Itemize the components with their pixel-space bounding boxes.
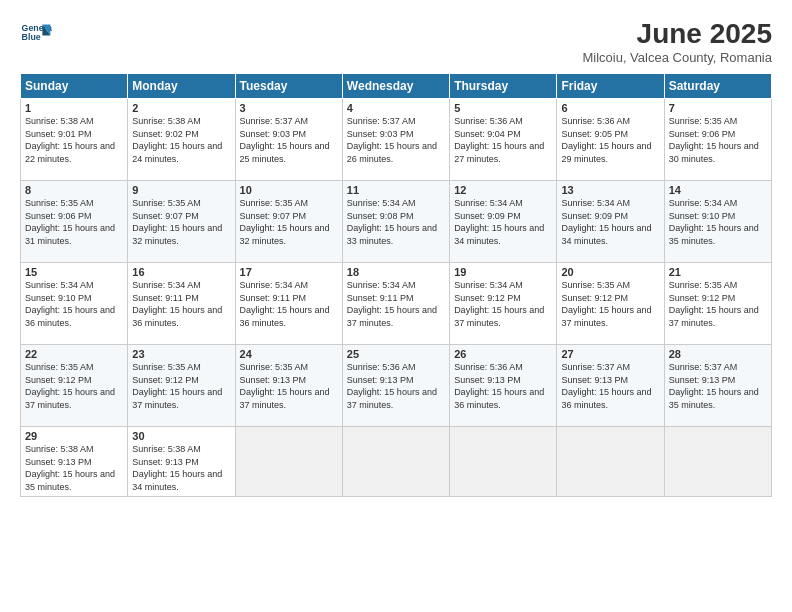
day-number: 10: [240, 184, 338, 196]
day-info: Sunrise: 5:37 AMSunset: 9:13 PMDaylight:…: [561, 362, 651, 410]
day-info: Sunrise: 5:34 AMSunset: 9:12 PMDaylight:…: [454, 280, 544, 328]
table-row: 25Sunrise: 5:36 AMSunset: 9:13 PMDayligh…: [342, 345, 449, 427]
day-info: Sunrise: 5:37 AMSunset: 9:13 PMDaylight:…: [669, 362, 759, 410]
day-number: 23: [132, 348, 230, 360]
day-info: Sunrise: 5:35 AMSunset: 9:07 PMDaylight:…: [132, 198, 222, 246]
day-info: Sunrise: 5:34 AMSunset: 9:08 PMDaylight:…: [347, 198, 437, 246]
location: Milcoiu, Valcea County, Romania: [582, 50, 772, 65]
day-number: 11: [347, 184, 445, 196]
day-number: 8: [25, 184, 123, 196]
col-saturday: Saturday: [664, 74, 771, 99]
day-info: Sunrise: 5:36 AMSunset: 9:13 PMDaylight:…: [454, 362, 544, 410]
day-number: 17: [240, 266, 338, 278]
day-info: Sunrise: 5:34 AMSunset: 9:11 PMDaylight:…: [132, 280, 222, 328]
day-info: Sunrise: 5:34 AMSunset: 9:11 PMDaylight:…: [240, 280, 330, 328]
day-number: 27: [561, 348, 659, 360]
day-info: Sunrise: 5:34 AMSunset: 9:09 PMDaylight:…: [454, 198, 544, 246]
day-info: Sunrise: 5:37 AMSunset: 9:03 PMDaylight:…: [347, 116, 437, 164]
day-info: Sunrise: 5:35 AMSunset: 9:06 PMDaylight:…: [25, 198, 115, 246]
col-sunday: Sunday: [21, 74, 128, 99]
table-row: 10Sunrise: 5:35 AMSunset: 9:07 PMDayligh…: [235, 181, 342, 263]
day-info: Sunrise: 5:35 AMSunset: 9:12 PMDaylight:…: [669, 280, 759, 328]
day-number: 18: [347, 266, 445, 278]
day-info: Sunrise: 5:34 AMSunset: 9:11 PMDaylight:…: [347, 280, 437, 328]
day-info: Sunrise: 5:37 AMSunset: 9:03 PMDaylight:…: [240, 116, 330, 164]
day-info: Sunrise: 5:34 AMSunset: 9:10 PMDaylight:…: [25, 280, 115, 328]
table-row: [342, 427, 449, 497]
table-row: 12Sunrise: 5:34 AMSunset: 9:09 PMDayligh…: [450, 181, 557, 263]
day-info: Sunrise: 5:35 AMSunset: 9:12 PMDaylight:…: [132, 362, 222, 410]
day-number: 29: [25, 430, 123, 442]
day-info: Sunrise: 5:36 AMSunset: 9:05 PMDaylight:…: [561, 116, 651, 164]
day-info: Sunrise: 5:34 AMSunset: 9:09 PMDaylight:…: [561, 198, 651, 246]
calendar-table: Sunday Monday Tuesday Wednesday Thursday…: [20, 73, 772, 497]
page: General Blue June 2025 Milcoiu, Valcea C…: [0, 0, 792, 612]
day-number: 26: [454, 348, 552, 360]
table-row: 29Sunrise: 5:38 AMSunset: 9:13 PMDayligh…: [21, 427, 128, 497]
day-info: Sunrise: 5:35 AMSunset: 9:13 PMDaylight:…: [240, 362, 330, 410]
day-info: Sunrise: 5:38 AMSunset: 9:13 PMDaylight:…: [132, 444, 222, 492]
table-row: 20Sunrise: 5:35 AMSunset: 9:12 PMDayligh…: [557, 263, 664, 345]
day-number: 20: [561, 266, 659, 278]
table-row: 2Sunrise: 5:38 AMSunset: 9:02 PMDaylight…: [128, 99, 235, 181]
day-info: Sunrise: 5:35 AMSunset: 9:12 PMDaylight:…: [561, 280, 651, 328]
table-row: 16Sunrise: 5:34 AMSunset: 9:11 PMDayligh…: [128, 263, 235, 345]
month-title: June 2025: [582, 18, 772, 50]
day-number: 12: [454, 184, 552, 196]
title-block: June 2025 Milcoiu, Valcea County, Romani…: [582, 18, 772, 65]
day-number: 3: [240, 102, 338, 114]
day-number: 22: [25, 348, 123, 360]
table-row: 13Sunrise: 5:34 AMSunset: 9:09 PMDayligh…: [557, 181, 664, 263]
table-row: [557, 427, 664, 497]
day-number: 9: [132, 184, 230, 196]
logo: General Blue: [20, 18, 54, 50]
table-row: 18Sunrise: 5:34 AMSunset: 9:11 PMDayligh…: [342, 263, 449, 345]
day-info: Sunrise: 5:35 AMSunset: 9:12 PMDaylight:…: [25, 362, 115, 410]
header-row: Sunday Monday Tuesday Wednesday Thursday…: [21, 74, 772, 99]
table-row: [664, 427, 771, 497]
day-number: 13: [561, 184, 659, 196]
logo-icon: General Blue: [20, 18, 52, 50]
day-info: Sunrise: 5:38 AMSunset: 9:13 PMDaylight:…: [25, 444, 115, 492]
day-info: Sunrise: 5:38 AMSunset: 9:01 PMDaylight:…: [25, 116, 115, 164]
day-number: 5: [454, 102, 552, 114]
day-number: 14: [669, 184, 767, 196]
col-tuesday: Tuesday: [235, 74, 342, 99]
day-number: 7: [669, 102, 767, 114]
table-row: 26Sunrise: 5:36 AMSunset: 9:13 PMDayligh…: [450, 345, 557, 427]
table-row: 8Sunrise: 5:35 AMSunset: 9:06 PMDaylight…: [21, 181, 128, 263]
table-row: 7Sunrise: 5:35 AMSunset: 9:06 PMDaylight…: [664, 99, 771, 181]
day-number: 15: [25, 266, 123, 278]
day-info: Sunrise: 5:35 AMSunset: 9:06 PMDaylight:…: [669, 116, 759, 164]
table-row: 23Sunrise: 5:35 AMSunset: 9:12 PMDayligh…: [128, 345, 235, 427]
table-row: 30Sunrise: 5:38 AMSunset: 9:13 PMDayligh…: [128, 427, 235, 497]
table-row: 24Sunrise: 5:35 AMSunset: 9:13 PMDayligh…: [235, 345, 342, 427]
table-row: 3Sunrise: 5:37 AMSunset: 9:03 PMDaylight…: [235, 99, 342, 181]
day-number: 21: [669, 266, 767, 278]
day-number: 24: [240, 348, 338, 360]
day-info: Sunrise: 5:34 AMSunset: 9:10 PMDaylight:…: [669, 198, 759, 246]
table-row: 9Sunrise: 5:35 AMSunset: 9:07 PMDaylight…: [128, 181, 235, 263]
day-number: 4: [347, 102, 445, 114]
table-row: 15Sunrise: 5:34 AMSunset: 9:10 PMDayligh…: [21, 263, 128, 345]
day-info: Sunrise: 5:35 AMSunset: 9:07 PMDaylight:…: [240, 198, 330, 246]
day-number: 25: [347, 348, 445, 360]
table-row: 6Sunrise: 5:36 AMSunset: 9:05 PMDaylight…: [557, 99, 664, 181]
col-friday: Friday: [557, 74, 664, 99]
day-info: Sunrise: 5:38 AMSunset: 9:02 PMDaylight:…: [132, 116, 222, 164]
table-row: 19Sunrise: 5:34 AMSunset: 9:12 PMDayligh…: [450, 263, 557, 345]
table-row: 22Sunrise: 5:35 AMSunset: 9:12 PMDayligh…: [21, 345, 128, 427]
table-row: 1Sunrise: 5:38 AMSunset: 9:01 PMDaylight…: [21, 99, 128, 181]
table-row: 11Sunrise: 5:34 AMSunset: 9:08 PMDayligh…: [342, 181, 449, 263]
day-info: Sunrise: 5:36 AMSunset: 9:04 PMDaylight:…: [454, 116, 544, 164]
table-row: 14Sunrise: 5:34 AMSunset: 9:10 PMDayligh…: [664, 181, 771, 263]
table-row: [235, 427, 342, 497]
day-info: Sunrise: 5:36 AMSunset: 9:13 PMDaylight:…: [347, 362, 437, 410]
day-number: 1: [25, 102, 123, 114]
table-row: 27Sunrise: 5:37 AMSunset: 9:13 PMDayligh…: [557, 345, 664, 427]
table-row: 28Sunrise: 5:37 AMSunset: 9:13 PMDayligh…: [664, 345, 771, 427]
header: General Blue June 2025 Milcoiu, Valcea C…: [20, 18, 772, 65]
table-row: 4Sunrise: 5:37 AMSunset: 9:03 PMDaylight…: [342, 99, 449, 181]
table-row: [450, 427, 557, 497]
table-row: 17Sunrise: 5:34 AMSunset: 9:11 PMDayligh…: [235, 263, 342, 345]
